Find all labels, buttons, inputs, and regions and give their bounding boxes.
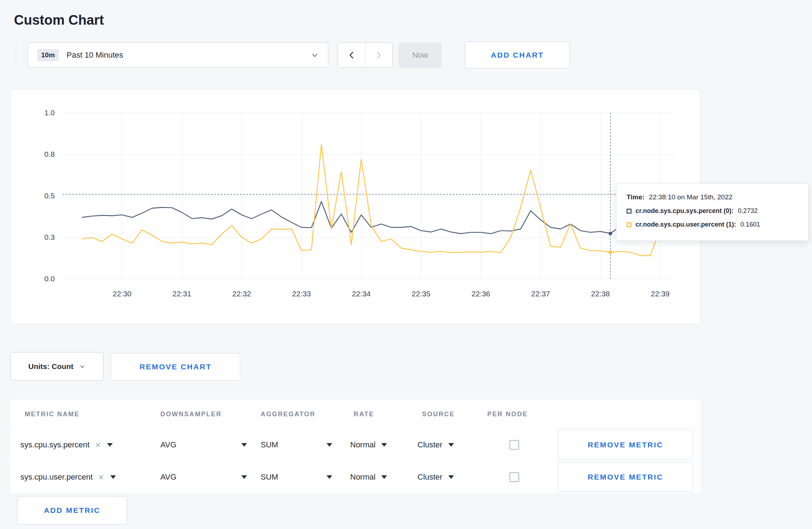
metric-name-value: sys.cpu.sys.percent: [20, 440, 90, 450]
tooltip-series-row: cr.node.sys.cpu.user.percent (1): 0.1601: [627, 221, 798, 228]
svg-text:22:32: 22:32: [232, 290, 251, 298]
downsampler-value: AVG: [160, 472, 177, 482]
tooltip-time-value: 22:38:10 on Mar 15th, 2022: [649, 193, 732, 201]
chevron-down-icon: [327, 475, 332, 479]
per-node-checkbox[interactable]: [509, 472, 519, 482]
chevron-down-icon: [79, 363, 86, 370]
time-range-label: Past 10 Minutes: [67, 50, 311, 60]
metric-name-select[interactable]: sys.cpu.sys.percent ×: [20, 440, 113, 450]
rate-value: Normal: [350, 472, 376, 482]
time-range-badge: 10m: [37, 49, 59, 61]
remove-chart-label: REMOVE CHART: [140, 363, 212, 371]
svg-text:22:34: 22:34: [352, 290, 371, 298]
toolbar-divider: [16, 43, 16, 68]
source-select[interactable]: Cluster: [417, 440, 454, 450]
chevron-down-icon: [381, 443, 387, 447]
chevron-right-icon: [375, 50, 383, 60]
svg-text:0.3: 0.3: [44, 233, 55, 241]
per-node-cell: [509, 440, 519, 450]
tooltip-series-value: 0.1601: [740, 221, 760, 228]
metrics-table: METRIC NAME DOWNSAMPLER AGGREGATOR RATE …: [10, 400, 700, 493]
chevron-left-icon: [348, 50, 356, 60]
per-node-cell: [509, 472, 519, 482]
clear-metric-icon[interactable]: ×: [95, 440, 101, 450]
chevron-down-icon: [107, 443, 113, 447]
time-range-selector[interactable]: 10m Past 10 Minutes: [28, 43, 328, 68]
units-label: Units: Count: [28, 362, 73, 371]
clear-metric-icon[interactable]: ×: [98, 472, 104, 482]
svg-text:1.0: 1.0: [44, 108, 55, 117]
source-value: Cluster: [417, 440, 443, 450]
source-select[interactable]: Cluster: [417, 472, 454, 482]
remove-metric-button[interactable]: REMOVE METRIC: [558, 462, 693, 492]
svg-text:0.5: 0.5: [44, 191, 55, 200]
svg-text:22:38: 22:38: [591, 290, 610, 298]
tooltip-series-name: cr.node.sys.cpu.user.percent (1):: [635, 221, 736, 228]
aggregator-value: SUM: [261, 440, 278, 450]
table-header-row: METRIC NAME DOWNSAMPLER AGGREGATOR RATE …: [10, 400, 700, 428]
downsampler-value: AVG: [160, 440, 177, 450]
metric-name-value: sys.cpu.user.percent: [20, 472, 93, 482]
aggregator-select[interactable]: SUM: [261, 440, 332, 450]
chevron-down-icon: [327, 443, 332, 447]
per-node-checkbox[interactable]: [509, 440, 519, 450]
add-chart-label: ADD CHART: [491, 51, 544, 59]
tooltip-series-value: 0.2732: [738, 207, 758, 215]
page-title: Custom Chart: [14, 13, 104, 28]
chevron-down-icon: [381, 475, 387, 479]
tooltip-time-row: Time: 22:38:10 on Mar 15th, 2022: [627, 193, 798, 201]
aggregator-select[interactable]: SUM: [261, 472, 332, 482]
downsampler-select[interactable]: AVG: [160, 440, 247, 450]
remove-metric-label: REMOVE METRIC: [588, 441, 663, 449]
metric-name-select[interactable]: sys.cpu.user.percent ×: [20, 472, 116, 482]
svg-text:22:36: 22:36: [472, 290, 490, 298]
header-aggregator: AGGREGATOR: [261, 411, 315, 418]
chevron-down-icon: [311, 51, 319, 59]
rate-value: Normal: [350, 440, 376, 450]
chevron-down-icon: [448, 443, 454, 447]
add-metric-button[interactable]: ADD METRIC: [17, 496, 127, 524]
time-forward-button[interactable]: [365, 43, 393, 67]
series-user-swatch-icon: [627, 222, 632, 227]
remove-metric-label: REMOVE METRIC: [588, 473, 663, 481]
chart-tooltip: Time: 22:38:10 on Mar 15th, 2022 cr.node…: [616, 184, 808, 241]
rate-select[interactable]: Normal: [350, 440, 387, 450]
svg-text:22:31: 22:31: [173, 290, 192, 298]
time-series-chart[interactable]: 0.00.30.50.81.022:3022:3122:3222:3322:34…: [11, 89, 701, 325]
time-back-button[interactable]: [338, 43, 365, 67]
add-chart-button[interactable]: ADD CHART: [465, 42, 570, 68]
header-rate: RATE: [354, 411, 374, 418]
svg-text:22:30: 22:30: [113, 290, 132, 298]
chevron-down-icon: [448, 475, 454, 479]
downsampler-select[interactable]: AVG: [160, 472, 247, 482]
svg-text:22:39: 22:39: [651, 290, 670, 298]
tooltip-series-name: cr.node.sys.cpu.sys.percent (0):: [635, 207, 734, 215]
svg-text:22:33: 22:33: [292, 290, 311, 298]
svg-text:0.0: 0.0: [44, 275, 55, 283]
source-value: Cluster: [417, 472, 443, 482]
remove-chart-button[interactable]: REMOVE CHART: [111, 353, 240, 380]
remove-metric-button[interactable]: REMOVE METRIC: [558, 430, 693, 460]
chevron-down-icon: [241, 475, 247, 479]
header-source: SOURCE: [422, 411, 455, 418]
add-metric-label: ADD METRIC: [44, 506, 101, 515]
svg-text:0.8: 0.8: [44, 150, 55, 158]
header-metric-name: METRIC NAME: [25, 411, 79, 418]
chevron-down-icon: [241, 443, 247, 447]
now-button[interactable]: Now: [399, 43, 441, 68]
rate-select[interactable]: Normal: [350, 472, 387, 482]
svg-text:22:35: 22:35: [412, 290, 431, 298]
table-row: sys.cpu.user.percent × AVG SUM Normal Cl…: [10, 461, 700, 493]
header-downsampler: DOWNSAMPLER: [160, 411, 222, 418]
series-sys-swatch-icon: [627, 209, 632, 214]
table-row: sys.cpu.sys.percent × AVG SUM Normal Clu…: [10, 428, 700, 461]
tooltip-series-row: cr.node.sys.cpu.sys.percent (0): 0.2732: [627, 207, 798, 215]
header-per-node: PER NODE: [487, 411, 528, 418]
time-nav-group: [338, 43, 393, 68]
aggregator-value: SUM: [261, 472, 278, 482]
svg-text:22:37: 22:37: [531, 290, 550, 298]
chart-card: 0.00.30.50.81.022:3022:3122:3222:3322:34…: [10, 89, 700, 324]
units-selector[interactable]: Units: Count: [10, 352, 103, 380]
chevron-down-icon: [110, 475, 116, 479]
tooltip-time-label: Time:: [627, 193, 644, 201]
